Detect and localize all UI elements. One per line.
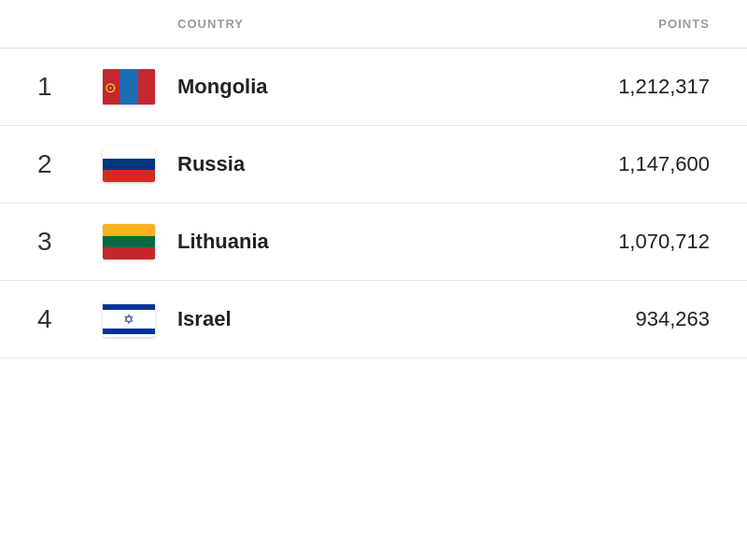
country-name: Lithuania [177, 230, 560, 254]
points-value: 1,212,317 [560, 75, 710, 99]
rank-number: 1 [37, 72, 103, 102]
flag-israel: ✡ [103, 301, 155, 337]
rank-number: 4 [37, 304, 103, 334]
flag-cell [103, 147, 177, 182]
flag-cell: ⊙ [103, 69, 177, 105]
points-value: 1,147,600 [560, 152, 710, 176]
leaderboard-table: COUNTRY POINTS 1 ⊙ Mongolia 1,212,317 2 … [0, 0, 747, 358]
flag-mongolia: ⊙ [103, 69, 155, 105]
points-column-header: POINTS [560, 17, 710, 31]
star-of-david-icon: ✡ [123, 313, 134, 326]
table-row: 4 ✡ Israel 934,263 [0, 281, 747, 358]
table-row: 2 Russia 1,147,600 [0, 126, 747, 203]
flag-cell [103, 224, 177, 259]
table-header: COUNTRY POINTS [0, 0, 747, 49]
country-name: Russia [177, 152, 560, 176]
table-row: 1 ⊙ Mongolia 1,212,317 [0, 49, 747, 126]
rank-number: 2 [37, 149, 103, 179]
flag-russia [103, 147, 155, 182]
flag-lithuania [103, 224, 155, 259]
points-value: 934,263 [560, 307, 710, 331]
points-value: 1,070,712 [560, 230, 710, 254]
table-row: 3 Lithuania 1,070,712 [0, 203, 747, 281]
rank-number: 3 [37, 227, 103, 257]
country-column-header: COUNTRY [177, 17, 560, 31]
flag-cell: ✡ [103, 301, 177, 337]
country-name: Mongolia [177, 75, 560, 99]
country-name: Israel [177, 307, 560, 331]
